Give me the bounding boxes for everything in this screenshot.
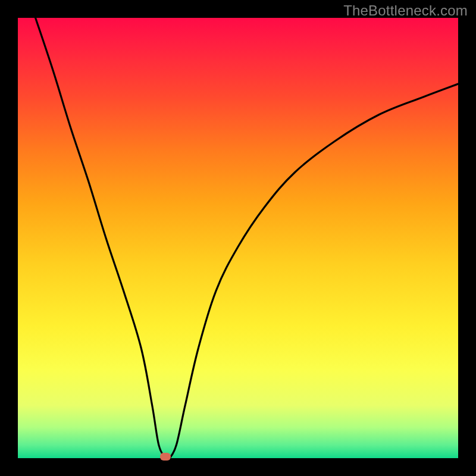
minimum-marker	[160, 453, 171, 461]
chart-frame: TheBottleneck.com	[0, 0, 476, 476]
curve-layer	[18, 18, 458, 458]
plot-area	[18, 18, 458, 458]
watermark-label: TheBottleneck.com	[343, 2, 468, 19]
curve-right	[170, 84, 458, 458]
curve-left	[36, 18, 165, 458]
